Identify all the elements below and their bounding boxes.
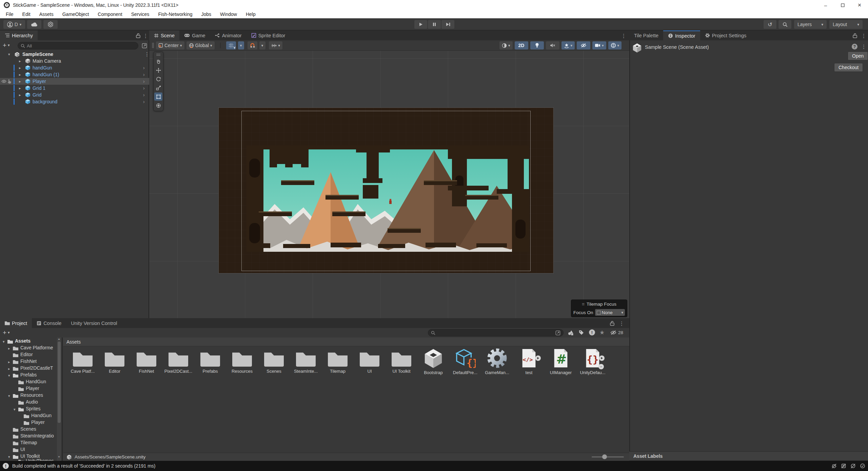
- cache-server-status-icon[interactable]: [841, 463, 846, 469]
- tree-item-assets[interactable]: ▾ Assets: [0, 338, 57, 345]
- tab-tile-palette[interactable]: Tile Palette: [629, 30, 663, 40]
- asset-folder-resources[interactable]: Resources: [226, 348, 258, 374]
- snap-toggle[interactable]: [248, 41, 257, 49]
- chevron-right-icon[interactable]: ▸: [19, 59, 21, 63]
- layers-dropdown[interactable]: Layers ▾: [794, 20, 827, 29]
- menu-jobs[interactable]: Jobs: [197, 12, 216, 17]
- asset-file-unitydefaultruntimetheme[interactable]: {} − UnityDefau...: [577, 348, 608, 375]
- chevron-right-icon[interactable]: ▸: [19, 66, 21, 70]
- menu-assets[interactable]: Assets: [35, 12, 58, 17]
- chevron-down-icon[interactable]: ▾: [8, 52, 10, 57]
- hierarchy-item-grid[interactable]: ▸ Grid ›: [0, 91, 149, 98]
- inspector-header-kebab[interactable]: ⋮: [861, 44, 866, 50]
- prefab-open-chevron[interactable]: ›: [143, 99, 145, 104]
- hierarchy-item-grid-1[interactable]: ▸ Grid 1 ›: [0, 85, 149, 91]
- prefab-open-chevron[interactable]: ›: [143, 79, 145, 84]
- tree-item-fishnet[interactable]: ▸ FishNet: [0, 359, 57, 365]
- project-create-dropdown[interactable]: + ▾: [3, 329, 10, 336]
- scroll-down-icon[interactable]: ▼: [58, 455, 60, 458]
- search-by-type-icon[interactable]: [568, 330, 574, 336]
- hidden-packages-icon[interactable]: [610, 330, 617, 335]
- global-search-button[interactable]: [778, 20, 791, 29]
- status-message[interactable]: Build completed with a result of 'Succee…: [12, 463, 155, 469]
- hierarchy-item-handgun-1[interactable]: ▸ handGun (1) ›: [0, 71, 149, 78]
- chevron-down-icon[interactable]: ▾: [8, 394, 10, 398]
- thumbnail-zoom-slider[interactable]: [592, 456, 624, 457]
- prefab-open-chevron[interactable]: ›: [143, 85, 145, 91]
- tree-item-unitythemes[interactable]: UnityThemes: [0, 458, 57, 461]
- debugger-status-icon[interactable]: [831, 463, 837, 469]
- help-icon[interactable]: ?: [852, 44, 857, 49]
- menu-component[interactable]: Component: [93, 12, 126, 17]
- layout-dropdown[interactable]: Layout ▾: [829, 20, 863, 29]
- rotate-tool[interactable]: [154, 75, 162, 83]
- chevron-right-icon[interactable]: ▸: [19, 73, 21, 77]
- menu-services[interactable]: Services: [127, 12, 154, 17]
- prefab-open-chevron[interactable]: ›: [143, 72, 145, 77]
- grid-visibility-toggle[interactable]: Y: [226, 41, 236, 49]
- tab-project[interactable]: Project: [0, 318, 32, 328]
- progress-status-icon[interactable]: [860, 463, 865, 469]
- pickability-icon[interactable]: [7, 79, 12, 84]
- open-search-window-icon[interactable]: [555, 330, 560, 335]
- chevron-right-icon[interactable]: ▸: [19, 86, 21, 90]
- chevron-down-icon[interactable]: ▾: [8, 373, 10, 378]
- tree-item-sprites-player[interactable]: Player: [0, 419, 57, 426]
- asset-labels-section[interactable]: Asset Labels: [629, 451, 868, 461]
- search-by-log-icon[interactable]: !: [589, 329, 595, 335]
- draw-mode-dropdown[interactable]: ▾: [499, 41, 513, 49]
- lock-icon[interactable]: [136, 33, 141, 38]
- focus-on-dropdown[interactable]: None ▾: [595, 309, 625, 316]
- asset-folder-cave-platformer[interactable]: Cave Platf...: [67, 348, 98, 374]
- tree-item-sprites-handgun[interactable]: HandGun: [0, 413, 57, 419]
- menu-edit[interactable]: Edit: [18, 12, 35, 17]
- open-search-window-icon[interactable]: [142, 43, 147, 48]
- asset-folder-ui-toolkit[interactable]: UI Toolkit: [386, 348, 417, 374]
- effects-toggle[interactable]: ▾: [561, 41, 575, 49]
- chevron-down-icon[interactable]: ▾: [3, 340, 5, 344]
- move-tool[interactable]: [154, 66, 162, 74]
- asset-folder-pixel2dcastle[interactable]: Pixel2DCast...: [163, 348, 194, 374]
- maximize-button[interactable]: [834, 0, 851, 10]
- menu-gameobject[interactable]: GameObject: [58, 12, 94, 17]
- camera-view-dropdown[interactable]: ▾: [592, 41, 606, 49]
- tab-unity-version-control[interactable]: Unity Version Control: [66, 318, 122, 328]
- scroll-up-icon[interactable]: ▲: [58, 337, 60, 341]
- transform-tool[interactable]: [154, 101, 162, 109]
- hierarchy-item-background[interactable]: background ›: [0, 98, 149, 105]
- view-hand-tool[interactable]: [154, 57, 162, 65]
- minimize-button[interactable]: –: [817, 0, 834, 10]
- scale-tool[interactable]: [154, 84, 162, 92]
- rect-tool-selected[interactable]: [154, 93, 162, 101]
- asset-folder-ui[interactable]: UI: [354, 348, 385, 374]
- chevron-down-icon[interactable]: ▾: [14, 407, 16, 412]
- tab-inspector[interactable]: Inspector: [663, 30, 700, 40]
- scene-visibility-toggle[interactable]: [577, 41, 590, 49]
- tab-sprite-editor[interactable]: Sprite Editor: [246, 30, 290, 40]
- 2d-mode-toggle[interactable]: 2D: [515, 41, 528, 49]
- tab-hierarchy[interactable]: Hierarchy: [0, 30, 38, 40]
- tree-grid-divider[interactable]: [62, 337, 63, 461]
- asset-file-test[interactable]: </> test: [513, 348, 545, 375]
- open-button[interactable]: Open: [848, 52, 868, 60]
- project-panel-kebab[interactable]: ⋮: [619, 321, 624, 327]
- pause-button[interactable]: [428, 20, 441, 29]
- asset-file-bootstrap[interactable]: Bootstrap: [418, 348, 449, 375]
- undo-history-button[interactable]: ↺: [764, 20, 776, 29]
- inspector-panel-kebab[interactable]: ⋮: [861, 33, 866, 39]
- chevron-right-icon[interactable]: ▸: [19, 79, 21, 84]
- version-control-button[interactable]: [43, 20, 58, 29]
- asset-file-defaultpresets[interactable]: {} DefaultPre...: [450, 348, 481, 375]
- zoom-slider-thumb[interactable]: [602, 454, 607, 459]
- chevron-right-icon[interactable]: ▸: [8, 360, 10, 364]
- account-dropdown[interactable]: D ▾: [3, 20, 25, 29]
- project-search-input[interactable]: [428, 329, 564, 336]
- scene-menu-kebab[interactable]: ⋮: [144, 51, 150, 57]
- play-button[interactable]: [414, 20, 427, 29]
- asset-folder-scenes[interactable]: Scenes: [258, 348, 290, 374]
- tree-item-prefabs-handgun[interactable]: HandGun: [0, 379, 57, 386]
- search-by-label-icon[interactable]: [578, 330, 584, 335]
- gizmos-dropdown[interactable]: ▾: [608, 41, 622, 49]
- tab-project-settings[interactable]: Project Settings: [700, 30, 751, 40]
- prefab-open-chevron[interactable]: ›: [143, 92, 145, 98]
